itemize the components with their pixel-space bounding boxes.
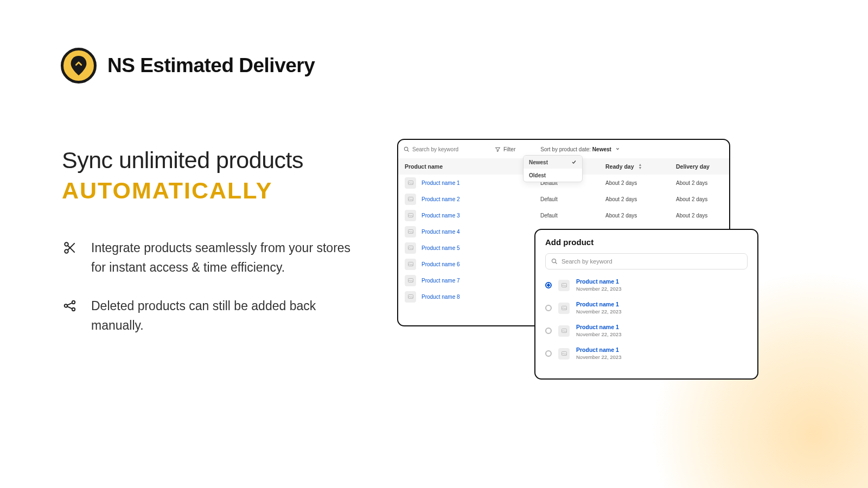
svg-point-5 bbox=[72, 301, 75, 304]
table-row[interactable]: Product name 2 Default About 2 days Abou… bbox=[398, 191, 729, 207]
sort-arrows-icon: ▲▼ bbox=[639, 163, 642, 170]
filter-icon bbox=[495, 146, 501, 152]
cell-delivery: About 2 days bbox=[676, 180, 730, 186]
column-delivery: Delivery day bbox=[676, 163, 730, 170]
sort-value: Newest bbox=[592, 146, 611, 152]
image-icon bbox=[405, 226, 416, 237]
product-link[interactable]: Product name 3 bbox=[422, 213, 460, 219]
cell-template: Default bbox=[540, 213, 605, 219]
svg-point-19 bbox=[552, 259, 556, 263]
modal-product-date: November 22, 2023 bbox=[576, 286, 621, 292]
search-icon bbox=[551, 258, 558, 265]
cell-ready: About 2 days bbox=[605, 180, 676, 186]
dropdown-option-oldest[interactable]: Oldest bbox=[524, 169, 582, 182]
dropdown-option-newest[interactable]: Newest bbox=[524, 156, 582, 169]
svg-point-1 bbox=[65, 249, 68, 253]
modal-product-row[interactable]: Product name 1 November 22, 2023 bbox=[545, 297, 748, 319]
marketing-copy: Sync unlimited products AUTOMATICALLY In… bbox=[62, 145, 366, 355]
search-icon bbox=[404, 146, 410, 152]
column-name: Product name bbox=[405, 163, 540, 170]
image-icon bbox=[405, 291, 416, 303]
search-placeholder: Search by keyword bbox=[412, 146, 458, 152]
bullet-item: Deleted products can still be added back… bbox=[62, 297, 366, 335]
svg-line-10 bbox=[407, 150, 409, 151]
table-row[interactable]: Product name 3 Default About 2 days Abou… bbox=[398, 207, 729, 223]
headline-line1: Sync unlimited products bbox=[62, 145, 366, 175]
column-ready[interactable]: Ready day ▲▼ bbox=[605, 163, 676, 170]
cell-delivery: About 2 days bbox=[676, 196, 730, 202]
scissors-icon bbox=[62, 239, 78, 255]
brand-logo-icon bbox=[61, 48, 97, 84]
product-link[interactable]: Product name 5 bbox=[422, 245, 460, 251]
svg-point-4 bbox=[65, 305, 67, 307]
modal-product-name: Product name 1 bbox=[576, 301, 621, 309]
search-input[interactable]: Search by keyword bbox=[404, 143, 485, 155]
radio-unselected[interactable] bbox=[545, 350, 552, 357]
image-icon bbox=[405, 177, 416, 189]
modal-product-date: November 22, 2023 bbox=[576, 309, 621, 315]
image-icon bbox=[405, 194, 416, 205]
svg-line-7 bbox=[67, 303, 72, 305]
image-icon bbox=[558, 348, 570, 359]
product-link[interactable]: Product name 8 bbox=[422, 294, 460, 300]
radio-unselected[interactable] bbox=[545, 305, 552, 311]
product-link[interactable]: Product name 2 bbox=[422, 196, 460, 202]
cell-template: Default bbox=[540, 196, 605, 202]
sort-dropdown-menu: Newest Oldest bbox=[523, 155, 583, 182]
check-icon bbox=[571, 159, 577, 165]
modal-product-name: Product name 1 bbox=[576, 278, 621, 286]
image-icon bbox=[558, 280, 570, 291]
image-icon bbox=[558, 325, 570, 337]
sort-prefix: Sort by product date: bbox=[540, 146, 592, 152]
radio-selected[interactable] bbox=[545, 282, 552, 288]
chevron-down-icon bbox=[615, 146, 620, 151]
modal-search-input[interactable]: Search by keyword bbox=[545, 253, 748, 269]
modal-product-row[interactable]: Product name 1 November 22, 2023 bbox=[545, 274, 748, 297]
product-link[interactable]: Product name 7 bbox=[422, 278, 460, 284]
cell-ready: About 2 days bbox=[605, 196, 676, 202]
svg-line-20 bbox=[556, 262, 557, 264]
headline-accent: AUTOMATICALLY bbox=[62, 177, 366, 204]
brand-name: NS Estimated Delivery bbox=[107, 54, 315, 77]
nodes-icon bbox=[62, 297, 78, 313]
bullet-text: Integrate products seamlessly from your … bbox=[91, 239, 366, 277]
image-icon bbox=[405, 259, 416, 270]
cell-ready: About 2 days bbox=[605, 213, 676, 219]
bullet-item: Integrate products seamlessly from your … bbox=[62, 239, 366, 277]
product-link[interactable]: Product name 1 bbox=[422, 180, 460, 186]
image-icon bbox=[405, 210, 416, 221]
modal-product-name: Product name 1 bbox=[576, 324, 621, 331]
modal-product-date: November 22, 2023 bbox=[576, 354, 621, 361]
modal-product-row[interactable]: Product name 1 November 22, 2023 bbox=[545, 319, 748, 342]
svg-point-9 bbox=[404, 147, 407, 150]
filter-label: Filter bbox=[503, 146, 515, 152]
image-icon bbox=[558, 303, 570, 314]
modal-product-date: November 22, 2023 bbox=[576, 331, 621, 338]
image-icon bbox=[405, 242, 416, 254]
brand-header: NS Estimated Delivery bbox=[61, 48, 315, 84]
radio-unselected[interactable] bbox=[545, 328, 552, 334]
modal-product-name: Product name 1 bbox=[576, 346, 621, 354]
sort-dropdown[interactable]: Sort by product date: Newest bbox=[540, 146, 620, 152]
modal-product-row[interactable]: Product name 1 November 22, 2023 bbox=[545, 342, 748, 365]
svg-line-8 bbox=[67, 306, 72, 309]
svg-point-0 bbox=[65, 242, 68, 246]
product-link[interactable]: Product name 6 bbox=[422, 261, 460, 267]
table-header: Product name Ready day ▲▼ Delivery day N… bbox=[398, 158, 729, 175]
cell-delivery: About 2 days bbox=[676, 213, 730, 219]
filter-button[interactable]: Filter bbox=[489, 146, 521, 152]
modal-search-placeholder: Search by keyword bbox=[561, 258, 612, 265]
add-product-modal: Add product Search by keyword Product na… bbox=[534, 229, 758, 380]
modal-title: Add product bbox=[535, 230, 757, 253]
product-link[interactable]: Product name 4 bbox=[422, 229, 460, 235]
bullet-text: Deleted products can still be added back… bbox=[91, 297, 366, 335]
image-icon bbox=[405, 275, 416, 286]
svg-point-6 bbox=[72, 308, 75, 311]
